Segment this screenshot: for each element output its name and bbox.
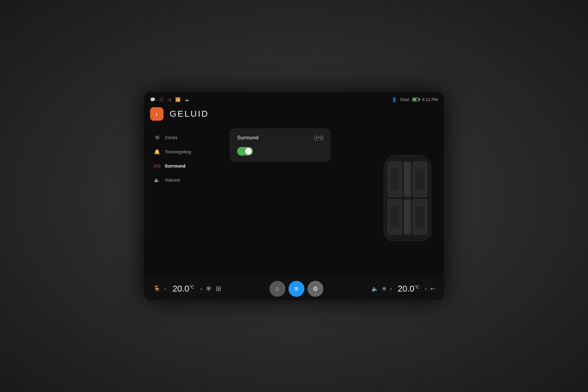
surround-waves-icon: ((•)) — [314, 134, 323, 141]
surround-card-header: Surround ((•)) — [237, 134, 323, 141]
chat-icon: 💬 — [150, 97, 155, 102]
sidebar-item-label-surround: Surround — [165, 163, 186, 168]
home-button[interactable]: ⌂ — [270, 281, 285, 297]
header: ‹ GELUID — [144, 106, 444, 125]
volume-icon-small: 🔈 — [371, 285, 378, 292]
temp-down-right[interactable]: ‹ — [390, 285, 392, 292]
defrost-icon: ❄ — [382, 285, 386, 292]
climate-right: 🔈 ❄ ‹ 20.0°C › ↩ — [371, 284, 435, 294]
sidebar-item-surround[interactable]: ((•)) Surround — [150, 160, 224, 172]
car-interior — [388, 162, 427, 235]
climate-left: 🪑 ‹ 20.0°C › ❄ ⊞ — [153, 284, 221, 294]
main-screen: 💬 ⬡ ◁ 📶 ☁ 👤 Gast 4:12 PM ‹ GELUID ⊞ Zone… — [144, 92, 444, 300]
surround-card-title: Surround — [237, 135, 258, 141]
volume-icon: 🔈 — [154, 177, 160, 183]
temp-value-right: 20.0°C — [394, 284, 423, 294]
navigation-icon: ◁ — [168, 97, 171, 102]
apps-icon: ⊞ — [294, 286, 298, 292]
sidebar-item-volume[interactable]: 🔈 Volume — [150, 174, 224, 186]
heat-icon[interactable]: ⊞ — [216, 285, 221, 293]
seat-rear-left — [388, 199, 402, 235]
content-area: Surround ((•)) — [224, 128, 377, 268]
front-seat-row — [388, 162, 427, 197]
toggle-track — [237, 147, 253, 156]
status-icons-right: 👤 Gast 4:12 PM — [392, 97, 438, 102]
surround-sidebar-icon: ((•)) — [154, 164, 160, 168]
sidebar-item-label-toonregeling: Toonregeling — [165, 149, 191, 154]
fan-icons: ❄ ⊞ — [206, 285, 221, 293]
sidebar-item-toonregeling[interactable]: 🔔 Toonregeling — [150, 146, 224, 158]
surround-card: Surround ((•)) — [230, 128, 331, 162]
toggle-container — [237, 147, 323, 156]
status-icons-left: 💬 ⬡ ◁ 📶 ☁ — [150, 97, 189, 102]
time-display: 4:12 PM — [422, 97, 438, 102]
bottom-bar: 🪑 ‹ 20.0°C › ❄ ⊞ ⌂ ⊞ ⚙ — [144, 277, 444, 300]
seat-front-left — [388, 162, 402, 197]
sidebar-item-zones[interactable]: ⊞ Zones — [150, 131, 224, 143]
back-button[interactable]: ‹ — [150, 107, 164, 121]
back-arrow-icon: ‹ — [156, 111, 158, 118]
temp-down-left[interactable]: ‹ — [164, 285, 166, 292]
settings-button[interactable]: ⚙ — [307, 281, 323, 297]
sidebar-item-label-zones: Zones — [165, 135, 178, 140]
settings-icon: ⚙ — [313, 285, 318, 292]
page-title: GELUID — [170, 109, 209, 119]
toonregeling-icon: 🔔 — [154, 149, 160, 155]
center-console-rear — [404, 199, 411, 235]
temp-value-left: 20.0°C — [169, 284, 198, 294]
car-top-view — [384, 155, 431, 241]
sidebar: ⊞ Zones 🔔 Toonregeling ((•)) Surround 🔈 … — [150, 128, 224, 268]
temp-control-left: ‹ 20.0°C › — [164, 284, 202, 294]
seat-rear-right — [413, 199, 427, 235]
bluetooth-icon: ⬡ — [160, 97, 163, 102]
temp-up-left[interactable]: › — [200, 285, 202, 292]
toggle-thumb — [245, 148, 252, 155]
temp-control-right: ‹ 20.0°C › — [390, 284, 427, 294]
surround-toggle[interactable] — [237, 147, 253, 156]
user-icon: 👤 — [392, 97, 397, 102]
fan-icon[interactable]: ❄ — [206, 285, 211, 293]
rear-seat-row — [388, 199, 427, 235]
main-content: ⊞ Zones 🔔 Toonregeling ((•)) Surround 🔈 … — [144, 125, 444, 271]
home-icon: ⌂ — [275, 285, 279, 292]
seat-heat-icon-left: 🪑 — [153, 285, 161, 292]
seat-front-right — [413, 162, 427, 197]
car-visualization — [377, 128, 438, 268]
signal-icon: 📶 — [175, 97, 180, 102]
user-name: Gast — [400, 97, 409, 102]
apps-button[interactable]: ⊞ — [288, 281, 304, 297]
battery-fill — [413, 98, 417, 101]
temp-up-right[interactable]: › — [425, 285, 427, 292]
cloud-icon: ☁ — [185, 97, 189, 102]
battery-icon — [412, 98, 419, 101]
sidebar-item-label-volume: Volume — [165, 177, 180, 183]
status-bar: 💬 ⬡ ◁ 📶 ☁ 👤 Gast 4:12 PM — [144, 92, 444, 106]
zones-icon: ⊞ — [154, 134, 160, 140]
center-console-front — [404, 162, 411, 197]
seat-direction-icon: ↩ — [430, 285, 435, 292]
nav-buttons: ⌂ ⊞ ⚙ — [270, 281, 323, 297]
